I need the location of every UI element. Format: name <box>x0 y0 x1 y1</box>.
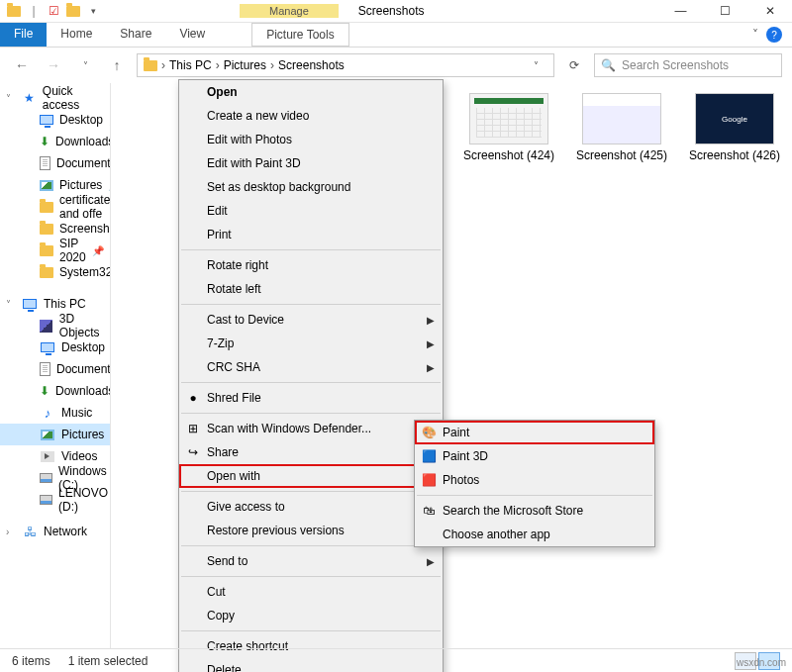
menu-item[interactable]: Set as desktop background <box>179 175 443 199</box>
nav-item[interactable]: 3D Objects <box>0 315 110 336</box>
menu-item-label: Rotate right <box>207 258 268 272</box>
nav-network[interactable]: › 🖧 Network <box>0 521 110 542</box>
menu-item[interactable]: Copy <box>179 604 443 627</box>
crumb[interactable]: This PC <box>169 58 212 72</box>
nav-item-label: Music <box>61 406 92 420</box>
address-box[interactable]: › This PC › Pictures › Screenshots ˅ <box>137 53 554 77</box>
nav-item-label: SIP 2020 <box>59 237 86 264</box>
recent-dropdown-icon[interactable]: ˅ <box>73 53 97 77</box>
menu-item[interactable]: Edit <box>179 199 443 223</box>
nav-item[interactable]: certificates and offe 📌 <box>0 196 110 218</box>
nav-item[interactable]: Desktop 📌 <box>0 109 110 131</box>
nav-quick-access[interactable]: ˅ ★ Quick access <box>0 87 110 109</box>
tab-view[interactable]: View <box>165 23 219 47</box>
watermark: wsxdn.com <box>737 657 786 668</box>
search-input[interactable]: 🔍 Search Screenshots <box>594 53 782 77</box>
music-icon: ♪ <box>40 405 55 421</box>
tab-share[interactable]: Share <box>106 23 165 47</box>
folder-icon <box>144 60 157 71</box>
menu-item-icon: ● <box>185 390 201 406</box>
file-item[interactable]: Screenshot (424) <box>461 93 556 162</box>
nav-item[interactable]: Documents 📌 <box>0 152 110 174</box>
menu-item-icon: 🎨 <box>421 425 437 440</box>
nav-item[interactable]: Documents <box>0 358 110 380</box>
checkbox-icon[interactable]: ☑ <box>46 3 61 19</box>
menu-item[interactable]: Edit with Photos <box>179 128 443 151</box>
picture-icon <box>40 177 53 193</box>
menu-item-label: Set as desktop background <box>207 180 350 194</box>
minimize-button[interactable]: — <box>658 0 703 23</box>
menu-item-label: Share <box>207 445 239 459</box>
menu-item[interactable]: 🎨 Paint <box>415 421 654 444</box>
tab-home[interactable]: Home <box>47 23 106 47</box>
folder-icon[interactable] <box>65 3 81 19</box>
menu-item[interactable]: Rotate left <box>179 277 443 301</box>
folder-icon <box>40 242 53 258</box>
navigation-pane[interactable]: ˅ ★ Quick access Desktop 📌 ⬇ Downloads 📌… <box>0 83 111 648</box>
menu-item[interactable]: Create a new video <box>179 104 443 128</box>
menu-item[interactable]: Send to ▶ <box>179 549 443 573</box>
context-menu[interactable]: Open Create a new video Edit with Photos… <box>178 79 444 672</box>
menu-item[interactable]: ↪ Share <box>179 440 443 464</box>
qat-dropdown-icon[interactable]: ▾ <box>85 3 101 19</box>
menu-item[interactable]: ⊞ Scan with Windows Defender... <box>179 417 443 440</box>
menu-item[interactable]: 🟦 Paint 3D <box>415 444 654 468</box>
maximize-button[interactable]: ☐ <box>703 0 747 23</box>
menu-item[interactable]: ● Shred File <box>179 386 443 410</box>
menu-item[interactable]: Rotate right <box>179 253 443 277</box>
search-placeholder: Search Screenshots <box>622 58 729 72</box>
menu-item-label: Paint 3D <box>443 449 488 463</box>
menu-item[interactable]: CRC SHA ▶ <box>179 355 443 379</box>
menu-item[interactable]: Choose another app <box>415 523 654 546</box>
nav-item[interactable]: Pictures <box>0 424 110 445</box>
status-bar: 6 items 1 item selected <box>0 648 792 672</box>
tab-picture-tools[interactable]: Picture Tools <box>251 23 348 47</box>
menu-item[interactable]: Open with ▶ <box>179 464 443 488</box>
menu-item[interactable]: 🛍 Search the Microsoft Store <box>415 499 654 523</box>
refresh-button[interactable]: ⟳ <box>562 53 586 77</box>
menu-item[interactable]: Give access to ▶ <box>179 495 443 519</box>
nav-item-label: Screenshots <box>59 222 111 236</box>
nav-item-label: Desktop <box>61 340 105 354</box>
tab-file[interactable]: File <box>0 23 47 47</box>
menu-item-label: Edit with Paint 3D <box>207 156 301 170</box>
menu-item[interactable]: 🟥 Photos <box>415 468 654 492</box>
open-with-submenu[interactable]: 🎨 Paint 🟦 Paint 3D 🟥 Photos 🛍 Search the… <box>414 420 655 547</box>
file-item[interactable]: Screenshot (425) <box>574 93 669 162</box>
nav-item[interactable]: SIP 2020 📌 <box>0 240 110 261</box>
close-button[interactable]: ✕ <box>747 0 792 23</box>
menu-item[interactable]: Restore previous versions <box>179 519 443 542</box>
menu-item[interactable]: Cut <box>179 580 443 604</box>
monitor-icon <box>40 112 53 128</box>
nav-item[interactable]: ⬇ Downloads <box>0 380 110 402</box>
back-button[interactable]: ← <box>10 53 34 77</box>
quick-access-toolbar: | ☑ ▾ <box>0 3 101 19</box>
nav-item[interactable]: Desktop <box>0 336 110 358</box>
file-item[interactable]: Screenshot (426) <box>687 93 782 162</box>
menu-item[interactable]: 7-Zip ▶ <box>179 332 443 355</box>
contextual-tab-label: Manage <box>240 4 339 18</box>
nav-item[interactable]: ♪ Music <box>0 402 110 424</box>
item-count: 6 items <box>12 654 50 668</box>
menu-item-label: Copy <box>207 609 235 623</box>
forward-button[interactable]: → <box>42 53 65 77</box>
menu-item[interactable]: Edit with Paint 3D <box>179 151 443 175</box>
crumb[interactable]: Screenshots <box>278 58 345 72</box>
nav-item[interactable]: LENOVO (D:) <box>0 489 110 511</box>
crumb[interactable]: Pictures <box>224 58 266 72</box>
menu-item-label: Edit with Photos <box>207 133 292 146</box>
disk-icon <box>40 470 52 486</box>
ribbon-chevron-icon[interactable]: ˅ <box>752 28 758 42</box>
menu-item[interactable]: Cast to Device ▶ <box>179 308 443 332</box>
document-icon <box>40 361 50 377</box>
nav-item[interactable]: Screenshots 📌 <box>0 218 110 240</box>
nav-item-label: 3D Objects <box>59 312 110 339</box>
nav-item[interactable]: ⬇ Downloads 📌 <box>0 131 110 152</box>
menu-item[interactable]: Print <box>179 223 443 246</box>
menu-item[interactable]: Open <box>179 80 443 104</box>
nav-item-label: System32 <box>59 265 111 279</box>
nav-item[interactable]: System32 📌 <box>0 261 110 283</box>
up-button[interactable]: ↑ <box>105 53 129 77</box>
help-icon[interactable]: ? <box>766 27 782 43</box>
history-dropdown-icon[interactable]: ˅ <box>524 53 547 77</box>
